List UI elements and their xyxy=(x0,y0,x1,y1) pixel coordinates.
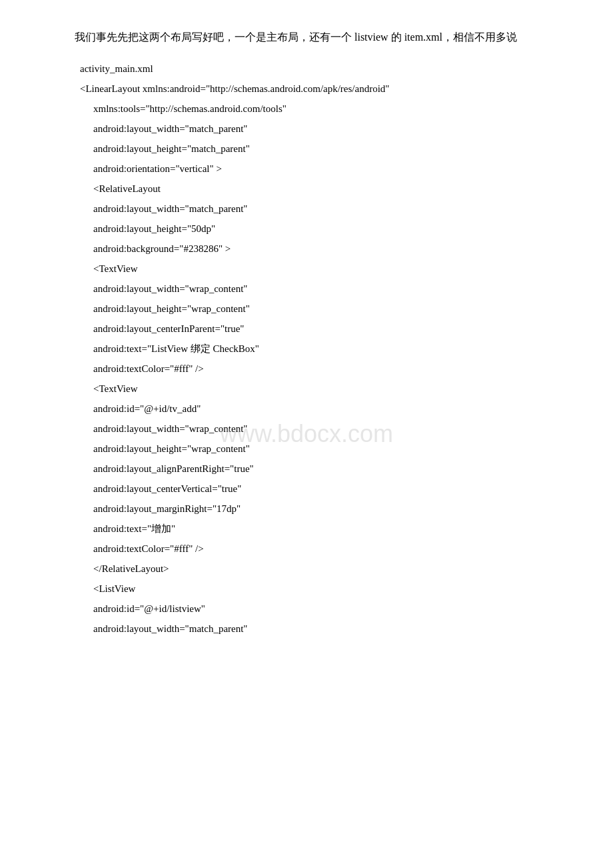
code-line-6: <RelativeLayout xyxy=(93,179,560,199)
code-line-4: android:layout_height="match_parent" xyxy=(93,139,560,159)
code-line-22: android:layout_marginRight="17dp" xyxy=(93,499,560,519)
code-line-14: android:text="ListView 绑定 CheckBox" xyxy=(93,339,560,359)
code-line-9: android:background="#238286" > xyxy=(93,239,560,259)
page-content: 我们事先先把这两个布局写好吧，一个是主布局，还有一个 listview 的 it… xyxy=(0,0,613,665)
code-line-11: android:layout_width="wrap_content" xyxy=(93,279,560,299)
code-line-25: </RelativeLayout> xyxy=(93,559,560,579)
code-line-17: android:id="@+id/tv_add" xyxy=(93,399,560,419)
code-line-12: android:layout_height="wrap_content" xyxy=(93,299,560,319)
code-line-3: android:layout_width="match_parent" xyxy=(93,119,560,139)
code-line-13: android:layout_centerInParent="true" xyxy=(93,319,560,339)
code-line-15: android:textColor="#fff" /> xyxy=(93,359,560,379)
intro-paragraph: 我们事先先把这两个布局写好吧，一个是主布局，还有一个 listview 的 it… xyxy=(53,27,560,48)
code-line-20: android:layout_alignParentRight="true" xyxy=(93,459,560,479)
code-line-7: android:layout_width="match_parent" xyxy=(93,199,560,219)
code-line-1: <LinearLayout xmlns:android="http://sche… xyxy=(80,79,560,99)
code-line-10: <TextView xyxy=(93,259,560,279)
code-block: activity_main.xml <LinearLayout xmlns:an… xyxy=(80,59,560,639)
code-line-8: android:layout_height="50dp" xyxy=(93,219,560,239)
code-line-26: <ListView xyxy=(93,579,560,599)
code-line-2: xmlns:tools="http://schemas.android.com/… xyxy=(93,99,560,119)
code-line-16: <TextView xyxy=(93,379,560,399)
code-line-27: android:id="@+id/listview" xyxy=(93,599,560,619)
code-line-28: android:layout_width="match_parent" xyxy=(93,619,560,639)
code-filename: activity_main.xml xyxy=(80,59,560,79)
code-line-24: android:textColor="#fff" /> xyxy=(93,539,560,559)
code-line-5: android:orientation="vertical" > xyxy=(93,159,560,179)
code-line-18: android:layout_width="wrap_content" xyxy=(93,419,560,439)
code-line-19: android:layout_height="wrap_content" xyxy=(93,439,560,459)
code-line-21: android:layout_centerVertical="true" xyxy=(93,479,560,499)
code-line-23: android:text="增加" xyxy=(93,519,560,539)
intro-text: 我们事先先把这两个布局写好吧，一个是主布局，还有一个 listview 的 it… xyxy=(53,31,517,43)
